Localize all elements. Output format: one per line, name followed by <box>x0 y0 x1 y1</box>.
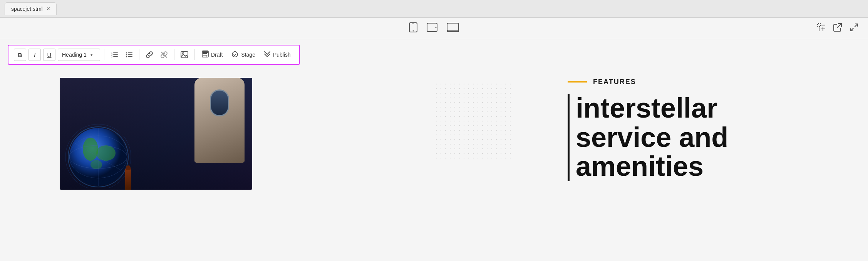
svg-point-26 <box>126 54 127 56</box>
device-icons-group <box>409 22 459 35</box>
divider-4 <box>194 49 195 60</box>
unordered-list-button[interactable] <box>123 49 135 61</box>
draft-icon <box>202 51 209 59</box>
svg-point-35 <box>90 160 102 169</box>
external-link-icon[interactable] <box>833 23 842 34</box>
svg-text:3: 3 <box>111 56 112 58</box>
stage-icon <box>231 51 239 59</box>
heading-dropdown-arrow: ▾ <box>90 52 93 57</box>
file-tab[interactable]: spacejet.stml × <box>5 2 57 15</box>
expand-icon[interactable] <box>850 23 859 34</box>
publish-icon <box>264 51 271 59</box>
publish-label: Publish <box>273 52 291 58</box>
draft-button[interactable]: Draft <box>199 49 226 61</box>
window-decoration <box>210 89 229 116</box>
features-line-decoration <box>568 81 587 83</box>
svg-rect-2 <box>412 24 414 24</box>
svg-point-1 <box>413 30 414 31</box>
divider-1 <box>104 49 104 60</box>
svg-point-27 <box>126 56 127 57</box>
preview-area: FEATURES interstellar service and amenit… <box>0 70 868 261</box>
tab-bar: spacejet.stml × <box>0 0 868 18</box>
device-bar <box>0 18 868 39</box>
svg-line-14 <box>855 24 858 27</box>
heading-label: Heading 1 <box>62 52 87 58</box>
svg-rect-8 <box>818 24 821 27</box>
heading-dropdown[interactable]: Heading 1 ▾ <box>58 49 100 61</box>
link-button[interactable] <box>143 49 156 61</box>
divider-2 <box>139 49 139 60</box>
svg-point-4 <box>436 27 437 28</box>
heading-line1: interstellar <box>576 93 717 123</box>
svg-rect-5 <box>447 23 459 31</box>
stage-button[interactable]: Stage <box>228 49 258 61</box>
image-button[interactable] <box>178 49 191 61</box>
toolbar-wrapper: B I U Heading 1 ▾ 1 2 3 <box>0 39 868 70</box>
dot-pattern-decoration <box>434 82 511 159</box>
ordered-list-button[interactable]: 1 2 3 <box>108 49 121 61</box>
tablet-icon[interactable] <box>427 23 437 34</box>
publish-button[interactable]: Publish <box>261 49 294 61</box>
svg-line-15 <box>851 28 853 31</box>
stage-label: Stage <box>241 52 255 58</box>
features-section-label: FEATURES <box>568 78 837 86</box>
divider-3 <box>174 49 174 60</box>
preview-main-heading: interstellar service and amenities <box>568 94 837 181</box>
svg-point-34 <box>96 145 116 161</box>
mobile-icon[interactable] <box>409 22 417 35</box>
preview-text-block: FEATURES interstellar service and amenit… <box>568 78 837 181</box>
draft-label: Draft <box>211 52 223 58</box>
top-right-icons <box>817 23 859 34</box>
desktop-icon[interactable] <box>447 23 459 34</box>
svg-rect-29 <box>181 52 188 58</box>
underline-button[interactable]: U <box>43 49 55 61</box>
heading-line2: service and amenities <box>576 122 728 182</box>
page-content: FEATURES interstellar service and amenit… <box>0 70 868 261</box>
svg-point-30 <box>183 53 184 54</box>
tab-filename: spacejet.stml <box>11 6 43 12</box>
bottle-decoration <box>125 168 131 190</box>
bold-button[interactable]: B <box>14 49 26 61</box>
italic-button[interactable]: I <box>28 49 41 61</box>
editor-toolbar: B I U Heading 1 ▾ 1 2 3 <box>8 45 300 65</box>
select-area-icon[interactable] <box>817 23 826 34</box>
svg-line-13 <box>837 24 841 28</box>
features-text: FEATURES <box>593 78 636 86</box>
preview-image-block <box>60 78 252 190</box>
unlink-button[interactable] <box>158 49 170 61</box>
svg-point-25 <box>126 52 127 54</box>
tab-close-button[interactable]: × <box>47 6 50 12</box>
